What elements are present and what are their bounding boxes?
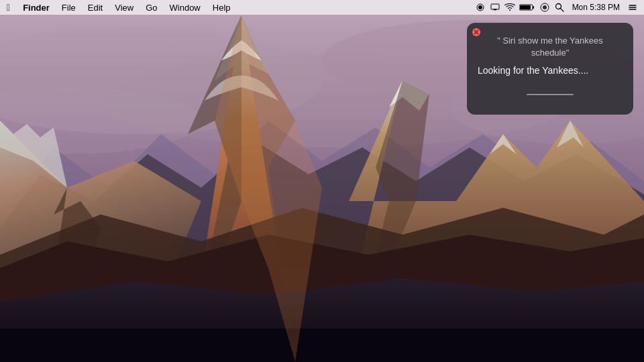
menubar:  Finder File Edit View Go Window Help xyxy=(0,0,644,15)
svg-rect-33 xyxy=(520,5,531,9)
menu-help[interactable]: Help xyxy=(207,0,237,15)
search-icon[interactable] xyxy=(553,0,566,15)
siri-waveform-line xyxy=(527,94,574,95)
menu-edit[interactable]: Edit xyxy=(82,0,109,15)
notification-center-icon[interactable] xyxy=(627,0,639,15)
wifi-icon[interactable] xyxy=(504,0,516,15)
svg-point-35 xyxy=(543,5,547,9)
siri-close-button[interactable] xyxy=(472,28,480,36)
menu-go[interactable]: Go xyxy=(140,0,163,15)
time-display: Mon 5:38 PM xyxy=(568,3,624,12)
menu-finder[interactable]: Finder xyxy=(17,0,56,15)
siri-dialog: " Siri show me the Yankees schedule" Loo… xyxy=(467,23,633,115)
battery-icon[interactable] xyxy=(519,0,536,15)
menu-view[interactable]: View xyxy=(109,0,140,15)
apple-menu[interactable]:  xyxy=(0,0,17,15)
siri-waveform xyxy=(478,88,623,101)
svg-rect-29 xyxy=(491,4,499,9)
svg-line-37 xyxy=(560,9,564,12)
record-icon[interactable] xyxy=(474,0,486,15)
siri-query: " Siri show me the Yankees schedule" xyxy=(478,35,623,59)
airplay-icon[interactable] xyxy=(489,0,501,15)
desktop:  Finder File Edit View Go Window Help xyxy=(0,0,644,362)
siri-icon[interactable] xyxy=(539,0,551,15)
menubar-left:  Finder File Edit View Go Window Help xyxy=(0,0,474,15)
siri-status: Looking for the Yankees.... xyxy=(478,64,623,76)
svg-rect-32 xyxy=(533,6,534,9)
menu-window[interactable]: Window xyxy=(164,0,207,15)
menubar-right: Mon 5:38 PM xyxy=(474,0,644,15)
menu-file[interactable]: File xyxy=(56,0,82,15)
svg-point-28 xyxy=(478,5,482,9)
